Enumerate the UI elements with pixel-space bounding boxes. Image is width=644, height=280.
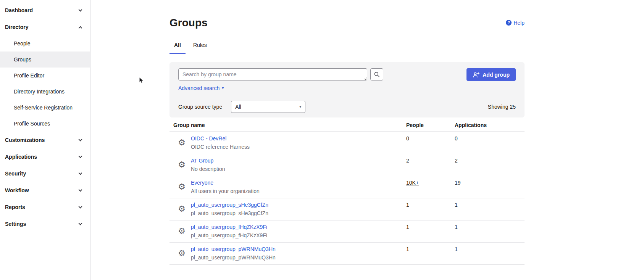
sidebar-item-applications[interactable]: Applications: [0, 148, 90, 165]
table-row: ⚙ pl_auto_usergroup_sHe3ggCfZn pl_auto_u…: [169, 198, 525, 220]
group-icon: ⚙: [177, 134, 186, 151]
group-icon: ⚙: [177, 201, 186, 217]
add-person-icon: [473, 72, 479, 78]
table-row: ⚙ pl_auto_usergroup_pWRNMuQ3Hn pl_auto_u…: [169, 243, 525, 265]
app-window: Dashboard Directory People Groups Profil…: [0, 0, 644, 280]
group-description: OIDC reference Harness: [191, 143, 250, 151]
sidebar-item-label: Directory: [5, 24, 28, 30]
column-header-people: People: [402, 119, 451, 132]
sidebar-item-directory-integrations[interactable]: Directory Integrations: [0, 84, 90, 100]
showing-count: Showing 25: [488, 104, 516, 110]
applications-count: 1: [451, 220, 525, 243]
sidebar-item-label: Directory Integrations: [14, 89, 65, 95]
applications-count: 0: [451, 132, 525, 154]
applications-count: 1: [451, 243, 525, 265]
sidebar-item-label: Profile Sources: [14, 121, 50, 127]
column-header-group-name: Group name: [169, 119, 402, 132]
sidebar-item-customizations[interactable]: Customizations: [0, 132, 90, 148]
advanced-search-label: Advanced search: [178, 85, 220, 91]
group-icon: ⚙: [177, 223, 186, 240]
chevron-down-icon: [79, 204, 82, 208]
sidebar-item-workflow[interactable]: Workflow: [0, 182, 90, 199]
table-row: ⚙ AT Group No description 2 2: [169, 154, 525, 176]
search-filter-panel: Add group Advanced search ▾ Group source…: [169, 62, 525, 117]
tab-rules[interactable]: Rules: [189, 39, 211, 54]
main-content: Groups ? Help All Rules: [90, 0, 644, 280]
sidebar-item-label: Reports: [5, 204, 25, 210]
sidebar-item-label: Workflow: [5, 187, 29, 193]
group-icon: ⚙: [177, 179, 186, 195]
people-count: 1: [402, 198, 451, 220]
sidebar-item-label: Groups: [14, 56, 31, 63]
applications-count: 1: [451, 198, 525, 220]
sidebar-item-label: Applications: [5, 154, 37, 160]
group-description: pl_auto_usergroup_fHqZKzX9Fi: [191, 231, 267, 240]
column-header-applications: Applications: [451, 119, 525, 132]
sidebar-item-settings[interactable]: Settings: [0, 216, 90, 232]
chevron-down-icon: [79, 137, 82, 141]
help-link[interactable]: ? Help: [506, 20, 525, 26]
table-row: ⚙ Everyone All users in your organizatio…: [169, 176, 525, 198]
people-count: 1: [402, 220, 451, 243]
tab-bar: All Rules: [169, 39, 525, 54]
table-row: ⚙ OIDC - DevRel OIDC reference Harness 0…: [169, 132, 525, 154]
sidebar-item-directory[interactable]: Directory: [0, 19, 90, 35]
group-name-link[interactable]: Everyone: [191, 179, 213, 187]
caret-down-icon: ▾: [222, 86, 224, 90]
sidebar-directory-subnav: People Groups Profile Editor Directory I…: [0, 35, 90, 132]
sidebar-item-label: Profile Editor: [14, 72, 44, 79]
applications-count: 19: [451, 176, 525, 198]
sidebar-item-security[interactable]: Security: [0, 165, 90, 182]
help-icon: ?: [506, 20, 512, 26]
selected-option: All: [235, 104, 241, 110]
chevron-down-icon: [79, 188, 82, 191]
people-count: 1: [402, 243, 451, 265]
sidebar-item-label: Dashboard: [5, 7, 33, 13]
sidebar-item-label: Security: [5, 171, 26, 177]
sidebar-item-self-service-registration[interactable]: Self-Service Registration: [0, 100, 90, 116]
chevron-up-icon: [79, 26, 82, 30]
people-count: 2: [402, 154, 451, 176]
sidebar: Dashboard Directory People Groups Profil…: [0, 0, 90, 280]
sidebar-item-reports[interactable]: Reports: [0, 199, 90, 216]
advanced-search-link[interactable]: Advanced search ▾: [178, 85, 224, 91]
add-group-label: Add group: [483, 72, 510, 78]
sidebar-item-people[interactable]: People: [0, 35, 90, 51]
applications-count: 2: [451, 154, 525, 176]
caret-down-icon: ▾: [299, 105, 301, 109]
group-description: All users in your organization: [191, 187, 260, 195]
group-name-link[interactable]: OIDC - DevRel: [191, 134, 226, 143]
search-icon: [374, 71, 380, 77]
tab-all[interactable]: All: [169, 39, 186, 54]
people-count: 0: [402, 132, 451, 154]
sidebar-item-profile-sources[interactable]: Profile Sources: [0, 116, 90, 132]
sidebar-item-groups[interactable]: Groups: [0, 51, 90, 68]
group-description: pl_auto_usergroup_pWRNMuQ3Hn: [191, 253, 276, 262]
group-name-link[interactable]: AT Group: [191, 156, 213, 165]
group-name-link[interactable]: pl_auto_usergroup_fHqZKzX9Fi: [191, 223, 267, 231]
add-group-button[interactable]: Add group: [466, 68, 516, 81]
page-title: Groups: [169, 16, 208, 29]
sidebar-item-label: Settings: [5, 221, 26, 227]
group-source-type-label: Group source type: [178, 104, 222, 110]
help-label: Help: [513, 20, 525, 26]
chevron-down-icon: [79, 154, 82, 158]
chevron-down-icon: [79, 171, 82, 175]
people-count-link[interactable]: 10K+: [406, 180, 419, 186]
sidebar-item-label: Customizations: [5, 137, 45, 143]
search-input[interactable]: [178, 68, 367, 80]
search-button[interactable]: [370, 68, 383, 80]
table-row: ⚙ pl_auto_usergroup_fHqZKzX9Fi pl_auto_u…: [169, 220, 525, 243]
group-description: pl_auto_usergroup_sHe3ggCfZn: [191, 209, 268, 217]
group-icon: ⚙: [177, 245, 186, 262]
group-description: No description: [191, 165, 225, 173]
chevron-down-icon: [79, 8, 82, 11]
group-source-type-select[interactable]: All ▾: [231, 101, 305, 113]
sidebar-item-profile-editor[interactable]: Profile Editor: [0, 68, 90, 84]
group-name-link[interactable]: pl_auto_usergroup_sHe3ggCfZn: [191, 201, 268, 209]
sidebar-item-label: People: [14, 40, 31, 47]
sidebar-item-dashboard[interactable]: Dashboard: [0, 2, 90, 19]
group-name-link[interactable]: pl_auto_usergroup_pWRNMuQ3Hn: [191, 245, 276, 253]
group-icon: ⚙: [177, 156, 186, 173]
chevron-down-icon: [79, 221, 82, 225]
